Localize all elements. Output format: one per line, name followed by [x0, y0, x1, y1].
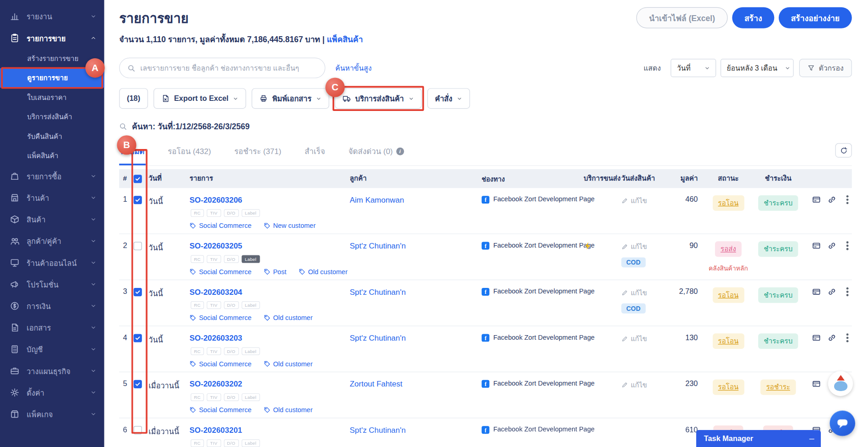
status-badge[interactable]: รอส่ง: [715, 241, 742, 257]
chat-widget-button[interactable]: [830, 410, 855, 436]
order-tag[interactable]: Social Commerce: [190, 406, 251, 414]
customer-link[interactable]: Zortout Fahtest: [350, 380, 403, 388]
customer-link[interactable]: Spt'z Chutinan'n: [350, 241, 406, 250]
sidebar-item-products[interactable]: สินค้า: [0, 209, 104, 230]
edit-ship-date-link[interactable]: แก้ไข: [621, 195, 671, 206]
tab-all[interactable]: ทั้งหมด: [119, 142, 146, 166]
edit-ship-date-link[interactable]: แก้ไข: [621, 287, 671, 298]
order-id-link[interactable]: SO-202603201: [190, 425, 350, 434]
sidebar-item-reports[interactable]: รายงาน: [0, 6, 104, 27]
sidebar-item-store[interactable]: ร้านค้า: [0, 187, 104, 209]
copy-link-button[interactable]: [828, 287, 836, 296]
export-excel-button[interactable]: Export to Excel: [153, 88, 246, 109]
selected-count-button[interactable]: (18): [119, 88, 148, 109]
tab-express[interactable]: จัดส่งด่วน (0)i: [347, 142, 405, 166]
select-all-checkbox[interactable]: [134, 175, 142, 183]
customer-link[interactable]: Spt'z Chutinan'n: [350, 287, 406, 296]
copy-link-button[interactable]: [828, 195, 836, 204]
date-range-select[interactable]: ย้อนหลัง 3 เดือน: [721, 59, 794, 77]
order-tag[interactable]: Post: [264, 268, 287, 276]
sidebar-item-packages[interactable]: แพ็คเกจ: [0, 403, 104, 425]
status-badge[interactable]: รอโอน: [712, 195, 744, 211]
mascot-avatar[interactable]: [828, 371, 853, 396]
payment-badge[interactable]: ชำระครบ: [758, 287, 798, 303]
status-badge[interactable]: รอโอน: [712, 333, 744, 349]
sidebar-subitem-quotation[interactable]: ใบเสนอราคา: [0, 88, 104, 107]
sidebar-item-promotions[interactable]: โปรโมชั่น: [0, 274, 104, 295]
row-checkbox[interactable]: [134, 242, 142, 250]
order-id-link[interactable]: SO-202603204: [190, 287, 350, 296]
order-tag[interactable]: Social Commerce: [190, 360, 251, 368]
sidebar-item-business-plan[interactable]: วางแผนธุรกิจ: [0, 360, 104, 381]
order-id-link[interactable]: SO-202603206: [190, 195, 350, 204]
copy-link-button[interactable]: [828, 333, 836, 342]
order-tag[interactable]: Old customer: [299, 268, 348, 276]
edit-ship-date-link[interactable]: แก้ไข: [621, 241, 671, 252]
sidebar-item-documents[interactable]: เอกสาร: [0, 317, 104, 338]
status-badge[interactable]: รอโอน: [712, 380, 744, 395]
sidebar-item-purchases[interactable]: รายการซื้อ: [0, 166, 104, 187]
sidebar-subitem-view-sales[interactable]: ดูรายการขายA: [0, 68, 104, 88]
order-tag[interactable]: New customer: [264, 222, 316, 230]
more-actions-button[interactable]: [843, 290, 852, 294]
task-manager-bar[interactable]: Task Manager –: [696, 430, 821, 447]
sidebar-subitem-pack-products[interactable]: แพ็คสินค้า: [0, 146, 104, 165]
print-receipt-button[interactable]: [812, 195, 821, 204]
tab-pending-transfer[interactable]: รอโอน (432): [167, 142, 212, 166]
payment-badge[interactable]: รอชำระ: [761, 380, 796, 395]
customer-link[interactable]: Aim Kamonwan: [350, 195, 404, 204]
edit-ship-date-link[interactable]: แก้ไข: [621, 380, 671, 390]
date-type-select[interactable]: วันที่: [671, 59, 716, 77]
row-checkbox[interactable]: [134, 334, 142, 342]
create-simple-button[interactable]: สร้างอย่างง่าย: [779, 7, 852, 28]
filter-button[interactable]: ตัวกรอง: [799, 59, 852, 77]
payment-badge[interactable]: ชำระครบ: [758, 241, 798, 257]
row-checkbox[interactable]: [134, 380, 142, 388]
sidebar-item-sales[interactable]: รายการขาย: [0, 27, 104, 49]
print-receipt-button[interactable]: [812, 241, 821, 250]
order-id-link[interactable]: SO-202603203: [190, 333, 350, 342]
print-receipt-button[interactable]: [812, 380, 821, 388]
order-tag[interactable]: Social Commerce: [190, 314, 251, 322]
more-actions-button[interactable]: [843, 336, 852, 340]
print-receipt-button[interactable]: [812, 287, 821, 296]
order-id-link[interactable]: SO-202603205: [190, 241, 350, 250]
print-documents-button[interactable]: พิมพ์เอกสาร: [252, 88, 329, 109]
payment-badge[interactable]: ชำระครบ: [758, 333, 798, 349]
row-checkbox[interactable]: [134, 196, 142, 204]
tab-pending-payment[interactable]: รอชำระ (371): [233, 142, 283, 166]
commands-button[interactable]: คำสั่ง: [427, 88, 470, 109]
pack-products-link[interactable]: แพ็คสินค้า: [327, 35, 363, 44]
payment-badge[interactable]: ชำระครบ: [758, 195, 798, 211]
status-badge[interactable]: รอโอน: [712, 287, 744, 303]
sidebar-item-online-store[interactable]: ร้านค้าออนไลน์: [0, 252, 104, 273]
customer-link[interactable]: Spt'z Chutinan'n: [350, 425, 406, 434]
sidebar-item-customers[interactable]: ลูกค้า/คู่ค้า: [0, 230, 104, 252]
order-tag[interactable]: Social Commerce: [190, 222, 251, 230]
search-box[interactable]: [119, 58, 325, 78]
more-actions-button[interactable]: [843, 198, 852, 202]
customer-link[interactable]: Spt'z Chutinan'n: [350, 333, 406, 342]
row-checkbox[interactable]: [134, 426, 142, 434]
sidebar-subitem-create-sale[interactable]: สร้างรายการขาย: [0, 49, 104, 68]
more-actions-button[interactable]: [843, 243, 852, 248]
import-excel-button[interactable]: นำเข้าไฟล์ (Excel): [636, 7, 728, 28]
task-manager-minimize-button[interactable]: –: [809, 434, 814, 444]
create-button[interactable]: สร้าง: [732, 7, 775, 28]
tab-completed[interactable]: สำเร็จ: [304, 142, 327, 166]
edit-ship-date-link[interactable]: แก้ไข: [621, 333, 671, 344]
order-tag[interactable]: Old customer: [264, 314, 313, 322]
refresh-button[interactable]: [835, 143, 852, 157]
sidebar-subitem-returns[interactable]: รับคืนสินค้า: [0, 127, 104, 146]
copy-link-button[interactable]: [828, 241, 836, 250]
sidebar-item-settings[interactable]: ตั้งค่า: [0, 381, 104, 403]
order-id-link[interactable]: SO-202603202: [190, 380, 350, 388]
search-input[interactable]: [140, 64, 317, 72]
advanced-search-link[interactable]: ค้นหาขั้นสูง: [335, 62, 371, 74]
order-tag[interactable]: Old customer: [264, 406, 313, 414]
order-tag[interactable]: Social Commerce: [190, 268, 251, 276]
sidebar-item-finance[interactable]: การเงิน: [0, 295, 104, 317]
print-receipt-button[interactable]: [812, 333, 821, 342]
shipping-service-button[interactable]: บริการส่งสินค้า: [335, 88, 422, 109]
sidebar-item-accounting[interactable]: บัญชี: [0, 338, 104, 360]
